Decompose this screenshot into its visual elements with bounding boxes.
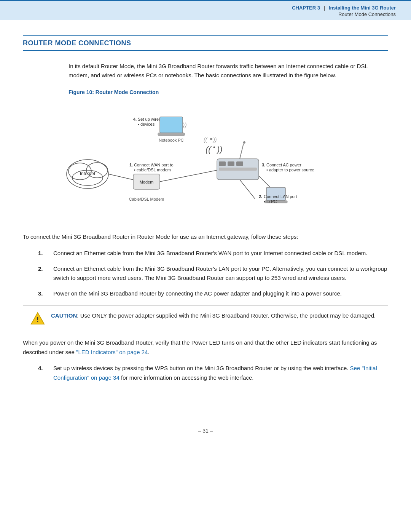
caution-message: Use ONLY the power adapter supplied with… (80, 312, 376, 319)
svg-rect-18 (236, 161, 243, 166)
page-header: CHAPTER 3 | Installing the Mini 3G Route… (0, 0, 411, 20)
svg-text:Internet: Internet (80, 171, 96, 176)
svg-line-29 (240, 180, 255, 199)
caution-label: Caution (51, 312, 77, 319)
svg-text:• devices: • devices (138, 122, 155, 126)
step-number: 3. (38, 289, 43, 299)
svg-rect-16 (219, 161, 226, 166)
svg-rect-17 (228, 161, 234, 166)
chapter-title: Installing the Mini 3G Router (329, 5, 396, 11)
step-number: 1. (38, 249, 43, 258)
section-title: Router Mode Connections (23, 39, 131, 47)
svg-text:Connect WAN port to: Connect WAN port to (134, 163, 174, 167)
section-title-bar: Router Mode Connections (23, 35, 388, 51)
list-item: 2. Connect an Ethernet cable from the Mi… (46, 264, 388, 283)
svg-text:!: ! (37, 316, 39, 323)
svg-text:Connect LAN port: Connect LAN port (264, 194, 297, 199)
step-text: Power on the Mini 3G Broadband Router by… (53, 290, 342, 297)
list-item: 3. Power on the Mini 3G Broadband Router… (46, 289, 388, 299)
svg-rect-36 (160, 117, 183, 133)
svg-text:4.: 4. (133, 117, 137, 121)
svg-text:1.: 1. (129, 163, 133, 167)
step4-list: 4. Set up wireless devices by pressing t… (46, 364, 388, 383)
svg-text:• adapter to power source: • adapter to power source (266, 168, 314, 172)
pipe-separator: | (324, 5, 327, 11)
diagram-svg: Internet Modem Cable/DSL Modem 1. Connec… (53, 100, 320, 222)
main-content: Router Mode Connections In its default R… (0, 20, 411, 405)
list-item-4: 4. Set up wireless devices by pressing t… (46, 364, 388, 383)
figure-label: Figure 10: Router Mode Connection (68, 89, 388, 95)
led-indicators-link[interactable]: "LED Indicators" on page 24 (76, 349, 148, 355)
svg-point-41 (210, 138, 212, 140)
page-footer: – 31 – (0, 420, 411, 441)
svg-point-15 (243, 141, 245, 144)
gateway-intro-text: To connect the Mini 3G Broadband Router … (23, 232, 388, 242)
step4-text-after: for more information on accessing the we… (119, 374, 254, 381)
svg-text:Cable/DSL Modem: Cable/DSL Modem (129, 197, 164, 201)
svg-line-5 (108, 174, 133, 180)
svg-text:•: • (213, 144, 215, 150)
page-number: – 31 – (198, 428, 213, 434)
chapter-label: CHAPTER 3 | Installing the Mini 3G Route… (15, 5, 396, 11)
chapter-number: CHAPTER 3 (292, 5, 320, 11)
svg-text:)): )) (216, 145, 223, 154)
svg-line-14 (240, 144, 244, 159)
svg-text:Connect AC power: Connect AC power (266, 163, 301, 167)
list-item: 1. Connect an Ethernet cable from the Mi… (46, 249, 388, 258)
svg-text:)): )) (212, 137, 217, 143)
step-text: Connect an Ethernet cable from the Mini … (53, 265, 387, 281)
svg-rect-37 (158, 133, 185, 136)
step4-number: 4. (38, 364, 43, 373)
after-caution-paragraph: When you power on the Mini 3G Broadband … (23, 338, 388, 357)
svg-text:3.: 3. (262, 163, 265, 167)
svg-text:((: (( (206, 145, 212, 154)
svg-text:• cable/DSL modem: • cable/DSL modem (134, 168, 171, 172)
svg-text:Notebook PC: Notebook PC (159, 138, 183, 142)
step-text: Connect an Ethernet cable from the Mini … (53, 250, 368, 256)
svg-text:((: (( (204, 137, 208, 143)
diagram-figure: Internet Modem Cable/DSL Modem 1. Connec… (53, 100, 320, 222)
step-number: 2. (38, 264, 43, 274)
svg-text:• to PC: • to PC (264, 199, 277, 204)
svg-text:Modem: Modem (140, 180, 154, 184)
steps-list: 1. Connect an Ethernet cable from the Mi… (46, 249, 388, 299)
warning-icon: ! (30, 311, 45, 326)
caution-text-body: Caution: Use ONLY the power adapter supp… (51, 311, 376, 321)
caution-box: ! Caution: Use ONLY the power adapter su… (23, 305, 388, 331)
svg-rect-19 (219, 168, 257, 171)
header-subtitle: Router Mode Connections (15, 11, 396, 17)
svg-text:)): )) (182, 122, 187, 128)
step4-text-before: Set up wireless devices by pressing the … (53, 365, 350, 371)
intro-paragraph: In its default Router Mode, the Mini 3G … (68, 62, 388, 80)
svg-text:2.: 2. (259, 194, 262, 199)
